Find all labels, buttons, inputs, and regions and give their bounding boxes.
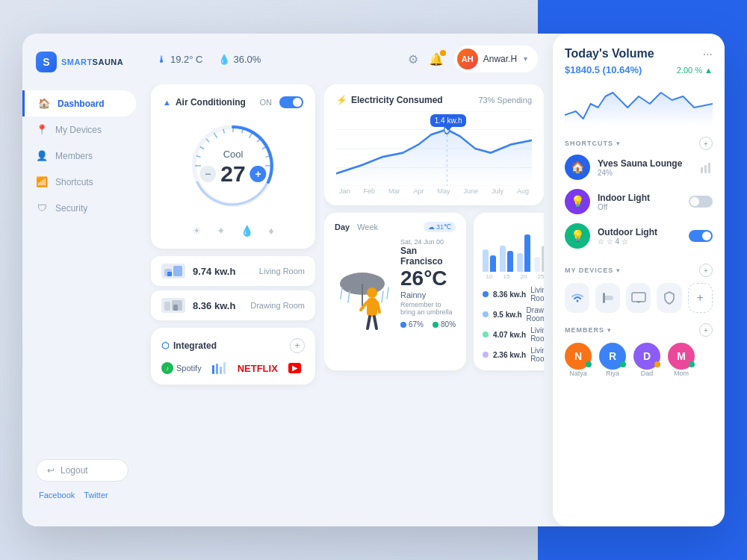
integrated-icon: ⬡ xyxy=(161,340,169,351)
content-grid: ▲ Air Conditioning ON xyxy=(142,84,553,526)
energy-list: 8.36 kw.h Living Room 9.5 kw.h Drawing R… xyxy=(483,286,544,363)
energy-cards: 9.74 kw.h Living Room 8.36 kw.h Drawing … xyxy=(151,256,315,320)
sun-icon[interactable]: ☀ xyxy=(192,225,202,237)
dad-status xyxy=(654,361,660,367)
sidebar: S SMARTSAUNA 🏠 Dashboard 📍 My Devices 👤 … xyxy=(22,34,142,526)
water-icon[interactable]: 💧 xyxy=(241,225,253,237)
devices-add-button[interactable]: + xyxy=(699,264,713,277)
volume-menu-button[interactable]: ··· xyxy=(703,48,713,61)
gauge-container: // Draw tick marks xyxy=(185,117,282,214)
spotify-app[interactable]: ♪ Spotify xyxy=(161,362,202,374)
shortcuts-icon: 📶 xyxy=(36,176,48,187)
svg-rect-50 xyxy=(632,293,645,302)
week-tab[interactable]: Week xyxy=(357,223,378,231)
wind-stat: 80% xyxy=(433,320,456,329)
settings-icon[interactable]: ⚙ xyxy=(408,52,418,66)
yves-icon: 🏠 xyxy=(565,155,590,180)
logo: S SMARTSAUNA xyxy=(22,52,142,90)
temp-decrease-button[interactable]: − xyxy=(199,166,216,182)
svg-rect-46 xyxy=(704,165,707,173)
bar-blue-3 xyxy=(524,234,530,272)
share-icon[interactable]: ♦ xyxy=(268,225,273,237)
member-dad: D Dad xyxy=(633,343,660,377)
energy-item-living: 9.74 kw.h Living Room xyxy=(151,256,315,286)
svg-line-38 xyxy=(368,317,370,329)
weather-tabs: Day Week ☁ 31℃ xyxy=(335,222,456,232)
ac-header: ▲ Air Conditioning ON xyxy=(163,96,303,108)
riya-status xyxy=(620,361,626,367)
svg-marker-44 xyxy=(565,93,713,126)
lightning-icon: ⚡ xyxy=(336,95,347,105)
breakdown-bar-chart: 10 15 xyxy=(483,220,544,280)
weather-content: Sat, 24 Jun 00 San Francisco 26°C Rainny… xyxy=(335,238,456,329)
facebook-link[interactable]: Facebook xyxy=(39,491,75,500)
dot-4 xyxy=(483,352,489,358)
temp-increase-button[interactable]: + xyxy=(250,166,267,182)
shortcuts-add-button[interactable]: + xyxy=(699,137,713,150)
dashboard-icon: 🏠 xyxy=(38,98,50,109)
svg-rect-17 xyxy=(164,302,170,311)
user-avatar: AH xyxy=(457,49,478,69)
device-security[interactable] xyxy=(657,283,681,313)
twitter-link[interactable]: Twitter xyxy=(84,491,108,500)
humidity-dot xyxy=(400,322,406,328)
weather-right: Sat, 24 Jun 00 San Francisco 26°C Rainny… xyxy=(400,238,456,329)
members-add-button[interactable]: + xyxy=(699,323,713,337)
members-row: N Natya R Riya D Dad M Mom xyxy=(565,343,713,377)
integrated-title: ⬡ Integrated xyxy=(161,340,217,351)
volume-section: Today's Volume ··· $1840.5 (10.64%) 2.00… xyxy=(565,47,713,126)
ac-mode-icons: ☀ ✦ 💧 ♦ xyxy=(192,225,273,237)
fan-icon[interactable]: ✦ xyxy=(217,225,226,237)
dot-3 xyxy=(483,332,489,337)
dot-1 xyxy=(483,291,489,297)
right-column: ⚡ Electricity Consumed 73% Spending 1.4 … xyxy=(324,84,544,517)
logout-icon: ↩ xyxy=(47,465,55,476)
svg-line-40 xyxy=(341,287,342,299)
logout-button[interactable]: ↩ Logout xyxy=(36,459,128,482)
indoor-light-icon: 💡 xyxy=(565,189,590,214)
my-devices-header: MY DEVICES ▾ + xyxy=(565,264,713,277)
bar-group-1: 10 xyxy=(483,249,496,280)
member-riya: R Riya xyxy=(599,343,626,377)
sidebar-item-devices[interactable]: 📍 My Devices xyxy=(22,116,136,143)
dj-app[interactable] xyxy=(212,362,227,374)
sidebar-item-members[interactable]: 👤 Members xyxy=(22,143,136,169)
outdoor-light-toggle[interactable] xyxy=(689,230,713,242)
thermometer-icon: 🌡 xyxy=(157,54,167,65)
sidebar-item-shortcuts[interactable]: 📶 Shortcuts xyxy=(22,169,136,195)
integrated-header: ⬡ Integrated + xyxy=(161,338,305,353)
dot-2 xyxy=(483,311,489,317)
user-pill[interactable]: AH Anwar.H ▼ xyxy=(454,46,538,72)
ac-toggle[interactable] xyxy=(279,96,303,108)
device-add-button[interactable]: + xyxy=(688,283,713,313)
chart-labels: Jan Feb Mar Apr May June July Aug xyxy=(336,187,532,195)
device-wifi[interactable] xyxy=(565,283,589,313)
weather-stats: 67% 80% xyxy=(400,320,456,329)
bar-blue-1 xyxy=(490,255,496,272)
temperature-stat: 🌡 19.2° C xyxy=(157,54,203,65)
svg-point-34 xyxy=(367,287,377,298)
right-panel: Today's Volume ··· $1840.5 (10.64%) 2.00… xyxy=(553,34,725,526)
youtube-app[interactable]: ▶ xyxy=(288,363,301,373)
shortcut-outdoor-light: 💡 Outdoor Light ☆ ☆ 4 ☆ xyxy=(565,219,713,253)
day-tab[interactable]: Day xyxy=(335,223,350,231)
device-switch[interactable] xyxy=(595,283,620,313)
integrated-add-button[interactable]: + xyxy=(290,338,305,353)
energy-row-3: 4.07 kw.h Living Room xyxy=(483,326,544,343)
main-card: S SMARTSAUNA 🏠 Dashboard 📍 My Devices 👤 … xyxy=(22,34,725,526)
device-monitor[interactable] xyxy=(626,283,651,313)
notification-icon[interactable]: 🔔 xyxy=(429,52,444,66)
shortcut-yves: 🏠 Yves Sauna Lounge 24% xyxy=(565,150,713,184)
svg-rect-19 xyxy=(173,305,178,311)
topbar: 🌡 19.2° C 💧 36.0% ⚙ 🔔 AH Anwar.H ▼ xyxy=(142,34,553,84)
sidebar-item-security[interactable]: 🛡 Security xyxy=(22,195,136,221)
bar-light-2 xyxy=(500,246,506,272)
netflix-app[interactable]: NETFLIX xyxy=(238,363,278,374)
indoor-light-toggle[interactable] xyxy=(689,196,713,208)
yves-controls xyxy=(701,161,713,173)
members-header: MEMBERS ▾ + xyxy=(565,323,713,337)
sidebar-item-dashboard[interactable]: 🏠 Dashboard xyxy=(22,90,136,116)
svg-rect-22 xyxy=(220,367,222,374)
weather-illustration xyxy=(335,261,394,329)
weather-badge: ☁ 31℃ xyxy=(424,222,456,232)
